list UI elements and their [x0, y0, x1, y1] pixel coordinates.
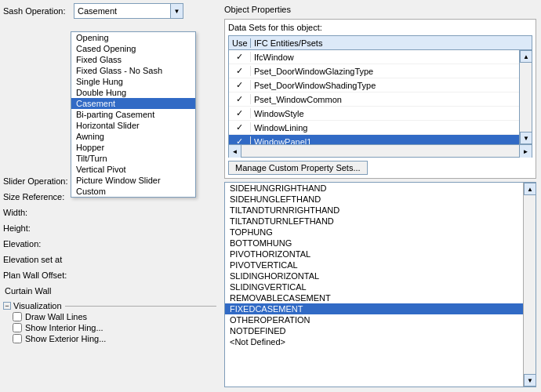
- show-exterior-checkbox[interactable]: [13, 334, 22, 343]
- plan-wall-row: Plan Wall Offset:: [3, 268, 216, 282]
- show-exterior-label: Show Exterior Hing...: [25, 334, 106, 343]
- list-item-7[interactable]: PIVOTHORIZONTAL: [225, 249, 523, 260]
- plan-wall-label: Plan Wall Offset:: [3, 270, 74, 280]
- sash-operation-value: Casement: [74, 6, 170, 16]
- col-use-header: Use: [229, 38, 251, 48]
- curtain-wall-row: Curtain Wall: [3, 284, 216, 298]
- list-item-15[interactable]: <Not Defined>: [225, 336, 523, 347]
- h-scroll-right-btn[interactable]: ►: [519, 145, 532, 158]
- ifc-row-7[interactable]: ✓ WindowPanel1: [229, 135, 519, 144]
- menu-item-single-hung[interactable]: Single Hung: [71, 76, 195, 87]
- menu-item-opening[interactable]: Opening: [71, 32, 195, 43]
- height-row: Height:: [3, 221, 216, 235]
- sash-operation-label: Sash Operation:: [3, 6, 74, 16]
- list-scroll-up-btn[interactable]: ▲: [524, 183, 536, 195]
- bottom-list-items: SIDEHUNGRIGHTHAND SIDEHUNGLEFTHAND TILTA…: [225, 183, 523, 387]
- slider-operation-label: Slider Operation:: [3, 176, 74, 186]
- list-item-10[interactable]: SLIDINGVERTICAL: [225, 281, 523, 292]
- menu-item-picture-window[interactable]: Picture Window Slider: [71, 175, 195, 186]
- check-7: ✓: [229, 136, 251, 144]
- ifc-row-4[interactable]: ✓ Pset_WindowCommon: [229, 93, 519, 107]
- menu-item-casement[interactable]: Casement: [71, 98, 195, 109]
- menu-item-cased-opening[interactable]: Cased Opening: [71, 43, 195, 54]
- check-2: ✓: [229, 66, 251, 76]
- menu-item-horizontal-slider[interactable]: Horizontal Slider: [71, 120, 195, 131]
- object-properties-title: Object Properties: [224, 5, 536, 14]
- draw-wall-row: Draw Wall Lines: [3, 312, 216, 321]
- size-reference-label: Size Reference:: [3, 192, 74, 201]
- menu-item-custom[interactable]: Custom: [71, 186, 195, 197]
- check-6: ✓: [229, 122, 251, 132]
- menu-item-tilt-turn[interactable]: Tilt/Turn: [71, 153, 195, 164]
- list-item-12[interactable]: FIXEDCASEMENT: [225, 303, 523, 314]
- menu-item-hopper[interactable]: Hopper: [71, 142, 195, 153]
- bottom-list-scrollbar[interactable]: ▲ ▼: [523, 183, 536, 387]
- elevation-row: Elevation:: [3, 237, 216, 251]
- name-1: IfcWindow: [251, 53, 519, 62]
- list-item-6[interactable]: BOTTOMHUNG: [225, 238, 523, 249]
- ifc-row-1[interactable]: ✓ IfcWindow: [229, 50, 519, 64]
- list-item-1[interactable]: SIDEHUNGRIGHTHAND: [225, 183, 523, 194]
- list-item-3[interactable]: TILTANDTURNRIGHTHAND: [225, 205, 523, 216]
- menu-item-fixed-glass-no-sash[interactable]: Fixed Glass - No Sash: [71, 65, 195, 76]
- name-4: Pset_WindowCommon: [251, 95, 519, 104]
- scroll-down-btn[interactable]: ▼: [520, 132, 532, 144]
- ifc-rows: ✓ IfcWindow ✓ Pset_DoorWindowGlazingType…: [229, 50, 519, 144]
- bottom-list-container: SIDEHUNGRIGHTHAND SIDEHUNGLEFTHAND TILTA…: [224, 182, 536, 387]
- curtain-wall-label: Curtain Wall: [3, 286, 52, 296]
- manage-btn[interactable]: Manage Custom Property Sets...: [228, 161, 368, 175]
- ifc-row-3[interactable]: ✓ Pset_DoorWindowShadingType: [229, 78, 519, 93]
- ifc-row-5[interactable]: ✓ WindowStyle: [229, 107, 519, 121]
- ifc-table-body: ✓ IfcWindow ✓ Pset_DoorWindowGlazingType…: [229, 50, 532, 144]
- menu-item-fixed-glass[interactable]: Fixed Glass: [71, 54, 195, 65]
- sash-operation-dropdown[interactable]: Casement ▼: [74, 3, 183, 19]
- bottom-list-section: SIDEHUNGRIGHTHAND SIDEHUNGLEFTHAND TILTA…: [224, 182, 536, 387]
- object-properties-section: Data Sets for this object: Use IFC Entit…: [224, 19, 536, 179]
- list-item-8[interactable]: PIVOTVERTICAL: [225, 260, 523, 270]
- menu-item-vertical-pivot[interactable]: Vertical Pivot: [71, 164, 195, 175]
- right-panel: Object Properties Data Sets for this obj…: [220, 0, 541, 392]
- scroll-up-btn[interactable]: ▲: [520, 50, 532, 63]
- ifc-h-scrollbar[interactable]: ◄ ►: [228, 145, 532, 158]
- list-item-11[interactable]: REMOVABLECASEMENT: [225, 292, 523, 303]
- sash-dropdown-arrow[interactable]: ▼: [170, 4, 183, 18]
- height-label: Height:: [3, 223, 74, 233]
- list-item-5[interactable]: TOPHUNG: [225, 227, 523, 238]
- ifc-table-header: Use IFC Entities/Psets: [229, 36, 532, 50]
- menu-item-double-hung[interactable]: Double Hung: [71, 87, 195, 98]
- h-scroll-left-btn[interactable]: ◄: [229, 145, 241, 158]
- name-3: Pset_DoorWindowShadingType: [251, 81, 519, 90]
- list-item-4[interactable]: TILTANDTURNLEFTHAND: [225, 216, 523, 227]
- check-4: ✓: [229, 94, 251, 104]
- ifc-table: Use IFC Entities/Psets ✓ IfcWindow ✓ Pse…: [228, 35, 532, 145]
- col-entities-header: IFC Entities/Psets: [251, 38, 519, 48]
- sash-operation-row: Sash Operation: Casement ▼: [3, 3, 216, 19]
- list-item-13[interactable]: OTHEROPERATION: [225, 314, 523, 325]
- check-5: ✓: [229, 108, 251, 118]
- show-exterior-row: Show Exterior Hing...: [3, 334, 216, 343]
- sash-dropdown-menu: Opening Cased Opening Fixed Glass Fixed …: [71, 31, 196, 198]
- draw-wall-checkbox[interactable]: [13, 312, 22, 321]
- ifc-row-2[interactable]: ✓ Pset_DoorWindowGlazingType: [229, 64, 519, 78]
- list-scroll-down-btn[interactable]: ▼: [524, 374, 536, 387]
- ifc-scrollbar[interactable]: ▲ ▼: [519, 50, 532, 144]
- show-interior-row: Show Interior Hing...: [3, 323, 216, 332]
- h-scroll-track: [241, 145, 519, 157]
- menu-item-biparting[interactable]: Bi-parting Casement: [71, 109, 195, 120]
- visualization-section: − Visualization: [3, 301, 216, 310]
- list-item-9[interactable]: SLIDINGHORIZONTAL: [225, 270, 523, 281]
- ifc-row-6[interactable]: ✓ WindowLining: [229, 121, 519, 135]
- datasets-label: Data Sets for this object:: [228, 23, 532, 32]
- list-scroll-track: [524, 195, 536, 374]
- name-6: WindowLining: [251, 123, 519, 132]
- list-item-14[interactable]: NOTDEFINED: [225, 325, 523, 336]
- show-interior-checkbox[interactable]: [13, 323, 22, 332]
- name-7: WindowPanel1: [251, 137, 519, 145]
- check-1: ✓: [229, 52, 251, 62]
- visualization-expander[interactable]: −: [3, 302, 11, 310]
- menu-item-awning[interactable]: Awning: [71, 131, 195, 142]
- left-panel: Sash Operation: Casement ▼ Opening Cased…: [0, 0, 220, 392]
- list-item-2[interactable]: SIDEHUNGLEFTHAND: [225, 194, 523, 205]
- visualization-label: Visualization: [13, 301, 62, 310]
- show-interior-label: Show Interior Hing...: [25, 323, 103, 332]
